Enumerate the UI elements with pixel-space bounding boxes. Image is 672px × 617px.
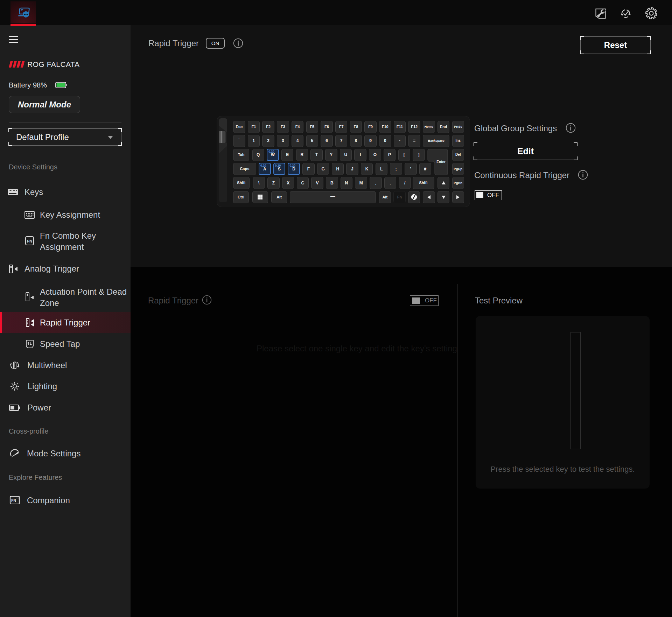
svg-text:FN: FN — [27, 239, 32, 243]
svg-text:Enter: Enter — [436, 160, 446, 164]
svg-text:FN: FN — [11, 499, 16, 503]
